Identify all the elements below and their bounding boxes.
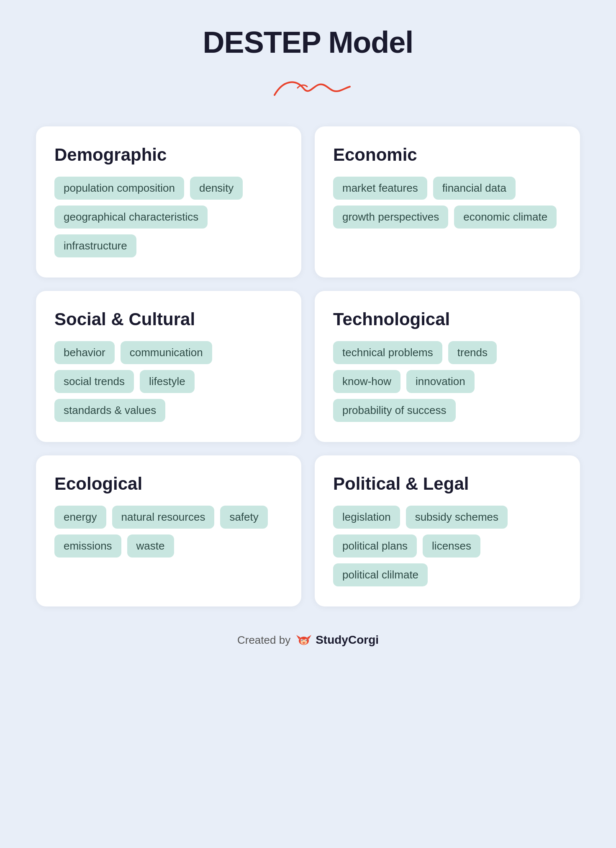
svg-point-8 [303,642,305,644]
card-economic: Economicmarket featuresfinancial datagro… [315,126,580,278]
tag-economic-2: growth perspectives [333,206,448,229]
card-ecological: Ecologicalenergynatural resourcessafetye… [36,455,301,606]
svg-point-6 [301,640,302,640]
card-political-legal: Political & Legallegislationsubsidy sche… [315,455,580,606]
studycorgi-logo-icon [295,632,312,648]
tags-container-economic: market featuresfinancial datagrowth pers… [333,177,562,229]
card-title-political-legal: Political & Legal [333,474,562,494]
card-title-demographic: Demographic [54,145,283,165]
card-demographic: Demographicpopulation compositiondensity… [36,126,301,278]
tag-technological-1: trends [448,341,497,364]
tag-demographic-0: population composition [54,177,184,200]
tag-technological-3: innovation [406,370,475,393]
tags-container-technological: technical problemstrendsknow-howinnovati… [333,341,562,422]
tag-political-legal-0: legislation [333,506,400,529]
tag-social-cultural-2: social trends [54,370,134,393]
tag-economic-0: market features [333,177,427,200]
footer-created-label: Created by [237,634,290,647]
card-technological: Technologicaltechnical problemstrendskno… [315,291,580,442]
page-title: DESTEP Model [203,25,413,59]
tag-demographic-3: infrastructure [54,234,136,257]
footer: Created by StudyCorgi [237,632,379,648]
tag-social-cultural-4: standards & values [54,399,165,422]
tag-ecological-4: waste [127,534,174,558]
footer-brand: StudyCorgi [295,632,379,648]
card-title-social-cultural: Social & Cultural [54,309,283,329]
tags-container-demographic: population compositiondensitygeographica… [54,177,283,257]
tag-social-cultural-0: behavior [54,341,115,364]
card-title-ecological: Ecological [54,474,283,494]
tags-container-ecological: energynatural resourcessafetyemissionswa… [54,506,283,558]
card-title-economic: Economic [333,145,562,165]
tag-demographic-2: geographical characteristics [54,206,208,229]
tag-economic-1: financial data [433,177,516,200]
tag-demographic-1: density [190,177,243,200]
svg-point-7 [305,640,306,640]
card-title-technological: Technological [333,309,562,329]
card-social-cultural: Social & Culturalbehaviorcommunicationso… [36,291,301,442]
tags-container-political-legal: legislationsubsidy schemespolitical plan… [333,506,562,586]
tag-social-cultural-3: lifestyle [140,370,195,393]
tag-ecological-0: energy [54,506,106,529]
tag-technological-4: probability of success [333,399,456,422]
tag-political-legal-4: political clilmate [333,563,428,586]
tag-ecological-1: natural resources [112,506,215,529]
decorative-swirl [262,72,354,105]
tag-technological-0: technical problems [333,341,442,364]
tag-technological-2: know-how [333,370,400,393]
tag-ecological-3: emissions [54,534,121,558]
tag-political-legal-2: political plans [333,534,417,558]
cards-grid: Demographicpopulation compositiondensity… [36,126,580,606]
tag-ecological-2: safety [220,506,267,529]
tag-social-cultural-1: communication [121,341,212,364]
tag-political-legal-1: subsidy schemes [406,506,508,529]
tag-political-legal-3: licenses [423,534,480,558]
footer-brand-name: StudyCorgi [316,633,379,647]
tags-container-social-cultural: behaviorcommunicationsocial trendslifest… [54,341,283,422]
tag-economic-3: economic climate [454,206,557,229]
